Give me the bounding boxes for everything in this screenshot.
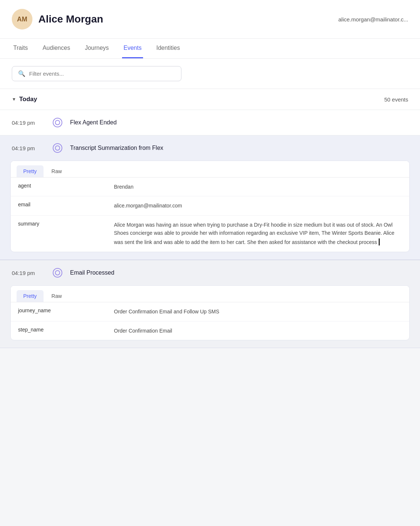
user-name: Alice Morgan xyxy=(38,13,103,25)
search-input[interactable] xyxy=(29,71,175,77)
section-label: Today xyxy=(19,96,37,103)
detail-value: Order Confirmation Email xyxy=(107,322,409,340)
event-detail-card-2: Pretty Raw journey_name Order Confirmati… xyxy=(10,285,410,340)
detail-row: journey_name Order Confirmation Email an… xyxy=(11,302,409,321)
detail-row: step_name Order Confirmation Email xyxy=(11,322,409,340)
tab-journeys[interactable]: Journeys xyxy=(83,39,110,58)
nav-tabs: Traits Audiences Journeys Events Identit… xyxy=(0,39,420,59)
event-detail-card: Pretty Raw agent Brendan email alice.mor… xyxy=(10,161,410,252)
event-name: Transcript Summarization from Flex xyxy=(70,145,163,151)
search-container: 🔍 xyxy=(0,59,420,89)
detail-tabs: Pretty Raw xyxy=(11,161,409,178)
tab-traits[interactable]: Traits xyxy=(12,39,29,58)
tab-raw[interactable]: Raw xyxy=(45,290,69,302)
event-icon xyxy=(52,117,63,128)
event-icon xyxy=(52,143,63,153)
detail-tabs: Pretty Raw xyxy=(11,286,409,302)
detail-row: email alice.morgan@mailinator.com xyxy=(11,196,409,215)
user-info: AM Alice Morgan xyxy=(12,9,103,30)
tab-identities[interactable]: Identities xyxy=(155,39,181,58)
event-expanded-header[interactable]: 04:19 pm Transcript Summarization from F… xyxy=(0,135,420,161)
detail-row: agent Brendan xyxy=(11,178,409,196)
event-count: 50 events xyxy=(384,96,408,103)
event-expanded-header[interactable]: 04:19 pm Email Processed xyxy=(0,260,420,285)
detail-table: agent Brendan email alice.morgan@mailina… xyxy=(11,178,409,252)
event-circle-icon xyxy=(53,143,62,153)
detail-value: Alice Morgan was having an issue when tr… xyxy=(107,216,409,252)
detail-row: summary Alice Morgan was having an issue… xyxy=(11,216,409,252)
cursor: ▎ xyxy=(379,237,383,247)
detail-key: journey_name xyxy=(11,302,107,321)
tab-pretty[interactable]: Pretty xyxy=(17,290,44,302)
detail-value: Brendan xyxy=(107,178,409,196)
event-row[interactable]: 04:19 pm Flex Agent Ended xyxy=(0,110,420,135)
section-title: ▼ Today xyxy=(12,96,37,103)
detail-value: Order Confirmation Email and Follow Up S… xyxy=(107,302,409,321)
event-name: Flex Agent Ended xyxy=(70,119,117,126)
event-expanded-transcript: 04:19 pm Transcript Summarization from F… xyxy=(0,135,420,260)
search-box: 🔍 xyxy=(12,66,181,81)
detail-key: agent xyxy=(11,178,107,196)
today-section-header: ▼ Today 50 events xyxy=(0,89,420,110)
event-icon xyxy=(52,268,63,278)
detail-key: email xyxy=(11,196,107,215)
user-email: alice.morgan@mailinator.c... xyxy=(339,16,408,23)
event-time: 04:19 pm xyxy=(12,145,45,151)
event-circle-icon xyxy=(53,268,62,278)
user-header: AM Alice Morgan alice.morgan@mailinator.… xyxy=(0,0,420,39)
event-time: 04:19 pm xyxy=(12,270,45,276)
tab-events[interactable]: Events xyxy=(122,39,143,58)
tab-raw[interactable]: Raw xyxy=(45,165,69,177)
detail-value: alice.morgan@mailinator.com xyxy=(107,196,409,215)
search-icon: 🔍 xyxy=(18,70,25,77)
event-name: Email Processed xyxy=(70,269,114,276)
detail-key: summary xyxy=(11,216,107,252)
avatar: AM xyxy=(12,9,32,30)
event-time: 04:19 pm xyxy=(12,120,45,126)
event-expanded-email: 04:19 pm Email Processed Pretty Raw jour… xyxy=(0,260,420,348)
chevron-down-icon: ▼ xyxy=(12,97,16,102)
detail-key: step_name xyxy=(11,322,107,340)
event-circle-icon xyxy=(53,118,62,127)
tab-audiences[interactable]: Audiences xyxy=(41,39,72,58)
tab-pretty[interactable]: Pretty xyxy=(17,165,44,177)
main-content: ▼ Today 50 events 04:19 pm Flex Agent En… xyxy=(0,89,420,348)
detail-table: journey_name Order Confirmation Email an… xyxy=(11,302,409,340)
